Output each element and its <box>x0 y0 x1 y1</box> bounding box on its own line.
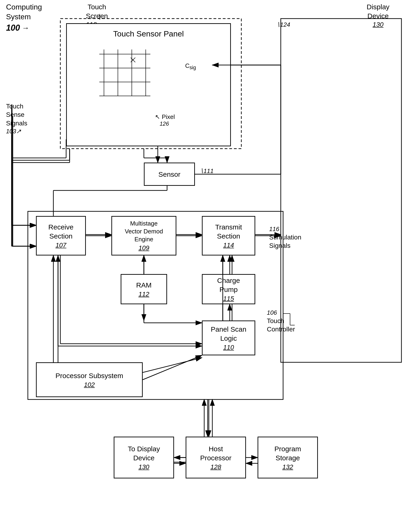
ram-box: RAM 112 <box>121 274 167 304</box>
touch-sensor-panel-box: Touch Sensor Panel Csig ↖ Pixel 126 <box>66 23 231 146</box>
receive-section-box: ReceiveSection 107 <box>36 216 86 255</box>
charge-pump-box: ChargePump 115 <box>202 274 255 304</box>
touch-controller-label: 106 Touch Controller <box>267 309 295 334</box>
processor-subsystem-box: Processor Subsystem 102 <box>36 362 143 397</box>
sensor-num: ∖111 <box>200 167 213 175</box>
ref-124: ∖124 <box>276 21 290 29</box>
computing-system-num: 100 <box>6 23 20 33</box>
transmit-section-box: TransmitSection 114 <box>202 216 255 255</box>
touch-sensor-grid <box>97 45 176 115</box>
pixel-label: ↖ Pixel 126 <box>155 113 175 127</box>
program-storage-box: ProgramStorage 132 <box>258 437 318 478</box>
computing-system-label: Computing System 100 → <box>6 2 42 33</box>
panel-scan-box: Panel ScanLogic 110 <box>202 321 255 355</box>
host-processor-box: HostProcessor 128 <box>186 437 246 478</box>
touch-sense-signals-label: Touch Sense Signals 103↗ <box>6 102 27 135</box>
to-display-device-box: To DisplayDevice 130 <box>114 437 174 478</box>
stimulation-signals-label: 116 Stimulation Signals <box>269 225 301 250</box>
multistage-box: MultistageVector DemodEngine 109 <box>111 216 176 255</box>
display-device-label: Display Device 130 <box>367 2 389 29</box>
svg-line-79 <box>143 355 202 380</box>
csig-label: Csig <box>185 62 196 71</box>
diagram: Computing System 100 → Touch Screen 118 … <box>0 0 420 520</box>
sensor-box: Sensor <box>144 163 195 186</box>
svg-rect-4 <box>281 19 401 362</box>
